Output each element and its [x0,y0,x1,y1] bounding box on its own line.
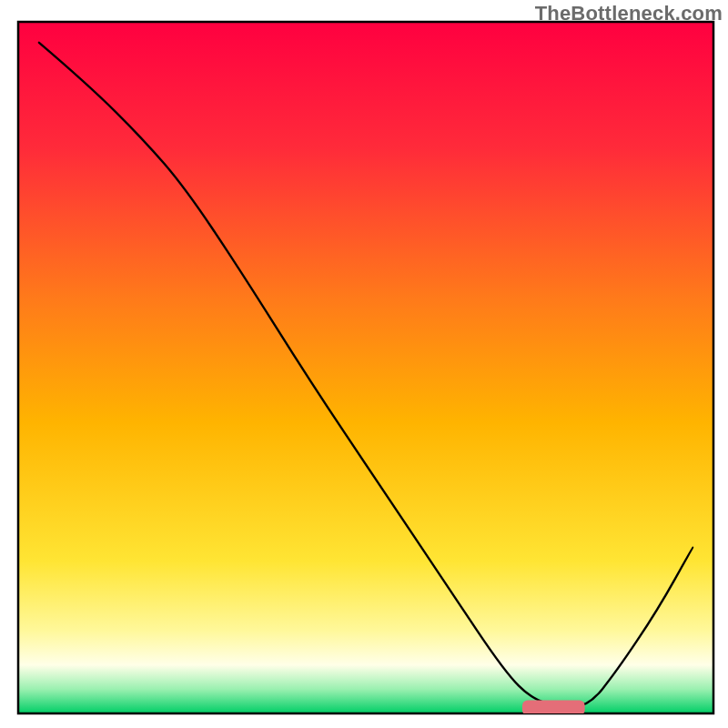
optimal-marker [522,701,585,716]
chart-background [18,22,713,713]
watermark-label: TheBottleneck.com [535,2,723,25]
chart-container: TheBottleneck.com [0,0,728,728]
chart-svg [0,0,728,728]
